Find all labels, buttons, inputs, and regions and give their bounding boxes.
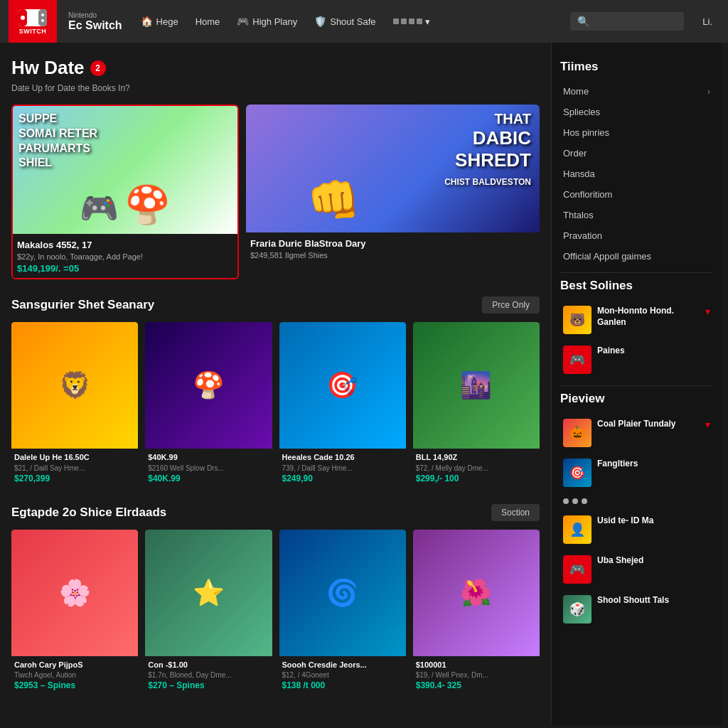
sidebar-dots bbox=[563, 498, 710, 504]
sidebar-item-hansda[interactable]: Hansda bbox=[560, 164, 713, 184]
sidebar-divider-2 bbox=[560, 385, 713, 386]
game-name-s1-3: BLL 14,90Z bbox=[416, 452, 537, 462]
game-price-s2-3: $390.4- 325 bbox=[416, 680, 537, 690]
nav-hege[interactable]: 🏠 Hege bbox=[134, 11, 186, 31]
section2-header: Egtapde 2o Shice Elrdaads Soction bbox=[11, 504, 540, 521]
sidebar-extra-1[interactable]: 🎮 Uba Shejed bbox=[560, 550, 713, 589]
sidebar-nav-title: Tiimes bbox=[560, 60, 713, 74]
brand-name: Ec Switch bbox=[68, 19, 122, 32]
featured-title-left: Makalos 4552, 17 bbox=[17, 240, 233, 250]
section2-game-grid: 🌸 Caroh Cary PijpoS Tiwch Agoel, Aution … bbox=[11, 530, 540, 695]
section1-button[interactable]: Prce Only bbox=[482, 296, 540, 314]
sidebar-item-order[interactable]: Order bbox=[560, 143, 713, 164]
sidebar-card-thumb-best-1: 🎮 bbox=[563, 346, 592, 374]
shield-icon: 🛡️ bbox=[314, 16, 326, 27]
game-price-s1-3: $299,/- 100 bbox=[416, 473, 537, 483]
header-search[interactable]: 🔍 bbox=[570, 12, 684, 31]
nav-high-plany[interactable]: 🎮 High Plany bbox=[230, 11, 304, 31]
game-name-s2-3: $100001 bbox=[416, 660, 537, 670]
section2-title: Egtapde 2o Shice Elrdaads bbox=[11, 505, 166, 520]
game-thumb-s2-2: 🌀 bbox=[279, 530, 406, 656]
featured-card-left[interactable]: SUPPESOMAI RETERPARUMARTSSHIEL 🎮 🍄 Makal… bbox=[11, 105, 239, 279]
page-title: Hw Date bbox=[11, 57, 85, 79]
game-card-s1-0[interactable]: 🦁 Dalele Up He 16.50C $21, / Daill Say H… bbox=[11, 322, 138, 487]
sidebar-item-official-label: Official Appoll gaimes bbox=[563, 251, 651, 262]
svg-rect-2 bbox=[38, 9, 47, 26]
nav-dropdown-icon: ▾ bbox=[425, 16, 430, 27]
game-meta-s1-3: $72, / Melly day Dme... bbox=[416, 464, 537, 472]
nav-home[interactable]: Home bbox=[188, 12, 228, 31]
game-price-s1-0: $270,399 bbox=[14, 473, 135, 483]
sidebar-card-title-preview-1: Fangltiers bbox=[597, 459, 710, 470]
featured-card-right[interactable]: THATDABICSHREDTCHIST BALDVESTON 👊 Fraria… bbox=[246, 105, 540, 279]
sidebar-preview-1[interactable]: 🎯 Fangltiers bbox=[560, 453, 713, 493]
page-title-row: Hw Date 2 bbox=[11, 57, 540, 79]
sidebar-card-info-extra-0: Usid te- ID Ma bbox=[597, 515, 710, 527]
game-price-s2-0: $2953 – Spines bbox=[14, 680, 135, 690]
controller-icon: 🎮 bbox=[237, 16, 249, 27]
game-meta-s1-2: 739, / Daill Say Hme... bbox=[282, 464, 403, 472]
sidebar-preview-0[interactable]: 🎃 Coal Plaier Tundaly ▾ bbox=[560, 413, 713, 453]
sidebar-extra-2[interactable]: 🎲 Shool Shoutt Tals bbox=[560, 589, 713, 629]
sidebar-card-title-preview-0: Coal Plaier Tundaly bbox=[597, 419, 700, 430]
game-info-s2-2: Soooh Cresdie Jeors... $12, / 4Goneet $1… bbox=[279, 656, 406, 694]
game-thumb-s2-1: ⭐ bbox=[145, 530, 272, 656]
sidebar-best-0[interactable]: 🐻 Mon-Honnto Hond. Ganlen ▾ bbox=[560, 300, 713, 340]
game-card-s1-3[interactable]: 🌆 BLL 14,90Z $72, / Melly day Dme... $29… bbox=[413, 322, 540, 487]
game-card-s1-2[interactable]: 🎯 Heeales Cade 10.26 739, / Daill Say Hm… bbox=[279, 322, 406, 487]
game-card-s2-2[interactable]: 🌀 Soooh Cresdie Jeors... $12, / 4Goneet … bbox=[279, 530, 406, 695]
sidebar-card-info-best-1: Paines bbox=[597, 346, 710, 357]
game-card-s1-1[interactable]: 🍄 $40K.99 $2160 Well Splow Drs... $40K.9… bbox=[145, 322, 272, 487]
sidebar-item-thtalos[interactable]: Thtalos bbox=[560, 205, 713, 225]
logo[interactable]: SWITCH bbox=[9, 0, 57, 43]
sidebar-card-thumb-extra-0: 👤 bbox=[563, 515, 592, 544]
game-name-s1-1: $40K.99 bbox=[148, 452, 269, 462]
nav-dot-3 bbox=[409, 18, 414, 24]
game-thumb-s1-3: 🌆 bbox=[413, 322, 540, 449]
sidebar-card-title-extra-1: Uba Shejed bbox=[597, 555, 710, 567]
section2-button[interactable]: Soction bbox=[491, 504, 540, 521]
game-info-s1-3: BLL 14,90Z $72, / Melly day Dme... $299,… bbox=[413, 449, 540, 486]
sidebar-extra-0[interactable]: 👤 Usid te- ID Ma bbox=[560, 510, 713, 550]
game-info-s1-2: Heeales Cade 10.26 739, / Daill Say Hme.… bbox=[279, 449, 406, 486]
nav-dot-1 bbox=[393, 18, 399, 24]
sidebar-card-info-preview-1: Fangltiers bbox=[597, 459, 710, 470]
sidebar: Tiimes Mome › Spliecles Hos pinries Orde… bbox=[551, 43, 722, 725]
sidebar-card-thumb-best-0: 🐻 bbox=[563, 306, 592, 334]
sidebar-card-thumb-preview-1: 🎯 bbox=[563, 459, 592, 487]
featured-img-left: SUPPESOMAI RETERPARUMARTSSHIEL 🎮 🍄 bbox=[13, 106, 237, 234]
sidebar-item-thtalos-label: Thtalos bbox=[563, 210, 594, 220]
game-card-s2-1[interactable]: ⭐ Con -$1.00 $1.7n, Bloned, Day Dme... $… bbox=[145, 530, 272, 695]
featured-img-right: THATDABICSHREDTCHIST BALDVESTON 👊 bbox=[246, 105, 540, 232]
featured-desc-right: $249,581 Ilgmel Shies bbox=[250, 251, 535, 259]
sidebar-dot-3 bbox=[582, 498, 587, 504]
sidebar-best-1[interactable]: 🎮 Paines bbox=[560, 340, 713, 380]
sidebar-item-pravation-label: Pravation bbox=[563, 230, 602, 241]
sidebar-item-confloritiom[interactable]: Confloritiom bbox=[560, 184, 713, 205]
svg-point-3 bbox=[21, 16, 25, 20]
sidebar-item-confloritiom-label: Confloritiom bbox=[563, 189, 612, 200]
game-info-s1-0: Dalele Up He 16.50C $21, / Daill Say Hme… bbox=[11, 449, 138, 486]
sidebar-item-official[interactable]: Official Appoll gaimes bbox=[560, 246, 713, 267]
sidebar-item-pravation[interactable]: Pravation bbox=[560, 225, 713, 246]
nav-shout-safe[interactable]: 🛡️ Shout Safe bbox=[307, 11, 382, 31]
sidebar-item-spliecles[interactable]: Spliecles bbox=[560, 102, 713, 122]
game-info-s2-1: Con -$1.00 $1.7n, Bloned, Day Dme... $27… bbox=[145, 656, 272, 694]
sidebar-card-thumb-extra-1: 🎮 bbox=[563, 555, 592, 584]
sidebar-card-info-extra-2: Shool Shoutt Tals bbox=[597, 595, 710, 606]
game-card-s2-0[interactable]: 🌸 Caroh Cary PijpoS Tiwch Agoel, Aution … bbox=[11, 530, 138, 695]
nav-shout-safe-label: Shout Safe bbox=[330, 16, 375, 27]
page-subtitle: Date Up for Date the Books In? bbox=[11, 83, 540, 93]
logo-text: SWITCH bbox=[19, 28, 47, 35]
game-meta-s2-3: $19, / Well Pnex, Dm... bbox=[416, 671, 537, 679]
svg-point-4 bbox=[41, 14, 44, 16]
game-card-s2-3[interactable]: 🌺 $100001 $19, / Well Pnex, Dm... $390.4… bbox=[413, 530, 540, 695]
sidebar-card-thumb-extra-2: 🎲 bbox=[563, 595, 592, 623]
main-layout: Hw Date 2 Date Up for Date the Books In?… bbox=[0, 43, 728, 725]
sidebar-preview-title: Pieview bbox=[560, 392, 713, 406]
game-thumb-s1-2: 🎯 bbox=[279, 322, 406, 449]
game-title-overlay-left: SUPPESOMAI RETERPARUMARTSSHIEL bbox=[18, 112, 232, 171]
sidebar-item-hospinries[interactable]: Hos pinries bbox=[560, 122, 713, 143]
nav-more[interactable]: ▾ bbox=[386, 12, 437, 31]
sidebar-item-mome[interactable]: Mome › bbox=[560, 81, 713, 102]
